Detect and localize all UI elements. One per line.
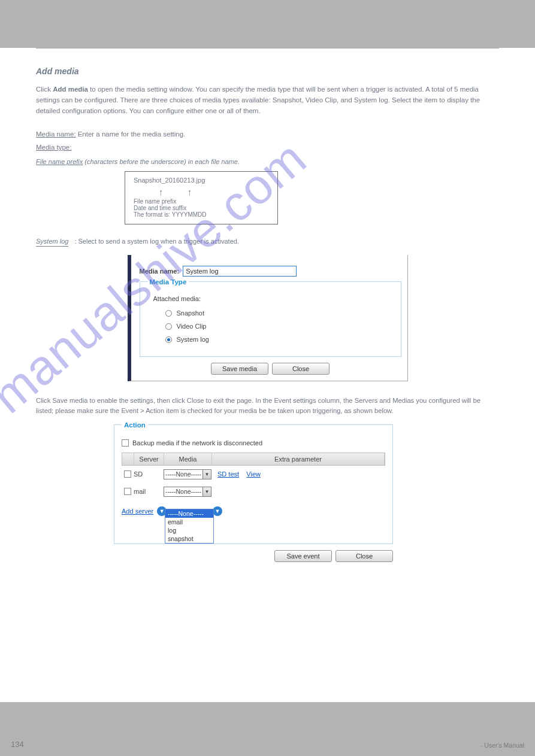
row-server-sd: SD <box>134 470 164 478</box>
row-server-mail: mail <box>134 488 164 495</box>
add-links-row: Add server ▼ Add media ▼ <box>122 506 385 516</box>
radio-snapshot[interactable] <box>165 310 172 317</box>
action-table-header: Server Media Extra parameter <box>122 453 385 466</box>
system-log-label: System log <box>36 238 68 247</box>
radio-systemlog[interactable] <box>165 336 172 343</box>
dropdown-option[interactable]: email <box>165 518 213 526</box>
radio-videoclip-label: Video Clip <box>177 323 207 330</box>
media-name-input[interactable] <box>183 266 297 277</box>
divider <box>36 48 499 48</box>
media-type-legend: Media Type <box>147 278 189 286</box>
sd-test-link[interactable]: SD test <box>217 470 239 478</box>
action-panel: Action Backup media if the network is di… <box>114 424 393 562</box>
table-row: SD -----None-----▼ SD test View <box>122 466 385 483</box>
media-type-fieldset: Media Type Attached media: Snapshot Vide… <box>140 281 401 357</box>
media-type-line: Media type: <box>36 144 499 151</box>
brand-banner <box>0 0 535 48</box>
footer-banner: 134 - User's Manual <box>0 702 535 756</box>
th-media: Media <box>164 453 212 465</box>
attached-media-label: Attached media: <box>153 295 394 302</box>
media-name-desc: Media name: Enter a name for the media s… <box>36 129 499 140</box>
mail-checkbox[interactable] <box>124 488 131 495</box>
dropdown-option[interactable]: -----None----- <box>165 509 213 518</box>
chevron-down-icon: ▼ <box>202 470 211 479</box>
sd-media-select[interactable]: -----None-----▼ <box>164 469 211 479</box>
dropdown-option[interactable]: log <box>165 526 213 535</box>
view-link[interactable]: View <box>246 470 261 478</box>
example-filename: Snapshot_20160213.jpg <box>134 177 269 184</box>
table-row: mail -----None-----▼ <box>122 483 385 500</box>
th-extra: Extra parameter <box>212 453 385 465</box>
radio-videoclip[interactable] <box>165 323 172 330</box>
sd-checkbox[interactable] <box>124 470 131 478</box>
close-media-button[interactable]: Close <box>272 363 330 375</box>
footer-text: - User's Manual <box>480 742 524 749</box>
close-event-button[interactable]: Close <box>335 550 393 562</box>
save-media-button[interactable]: Save media <box>211 363 268 375</box>
heading-title: Add media <box>36 66 79 76</box>
mail-media-select[interactable]: -----None-----▼ <box>164 487 211 497</box>
arrow-labels: File name prefix Date and time suffix Th… <box>134 198 269 218</box>
page-number: 134 <box>11 740 24 749</box>
filename-example-box: Snapshot_20160213.jpg ↑ ↑ File name pref… <box>125 171 278 224</box>
media-config-panel: Media name: Media Type Attached media: S… <box>128 255 408 381</box>
dropdown-option[interactable]: snapshot <box>165 535 213 543</box>
file-name-prefix-line: File name prefix (characters before the … <box>36 158 499 165</box>
heading-add-media: Add media <box>36 66 499 76</box>
save-event-button[interactable]: Save event <box>274 550 332 562</box>
chevron-down-icon: ▼ <box>202 487 211 496</box>
backup-label: Backup media if the network is disconnec… <box>132 439 262 447</box>
radio-snapshot-label: Snapshot <box>177 309 204 317</box>
system-log-line: System log : Select to send a system log… <box>36 238 499 247</box>
media-name-label: Media name: <box>140 268 180 275</box>
mail-media-dropdown-open: -----None----- email log snapshot <box>165 509 214 544</box>
th-server: Server <box>134 453 164 465</box>
th-blank <box>122 453 134 465</box>
radio-systemlog-label: System log <box>177 336 209 343</box>
action-legend: Action <box>122 421 148 429</box>
add-server-link[interactable]: Add server <box>122 508 153 515</box>
backup-checkbox[interactable] <box>122 439 129 447</box>
page-body: Add media Click Add media to open the me… <box>0 48 535 562</box>
arrow-icons: ↑ ↑ <box>134 187 269 196</box>
post-media-paragraph: Click Save media to enable the settings,… <box>36 396 499 416</box>
intro-paragraph: Click Add media to open the media settin… <box>36 84 499 116</box>
add-media-icon[interactable]: ▼ <box>213 506 222 516</box>
